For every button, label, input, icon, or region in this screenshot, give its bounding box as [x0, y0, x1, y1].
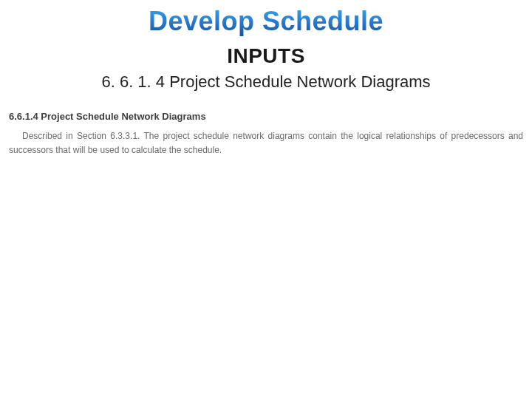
excerpt-block: 6.6.1.4 Project Schedule Network Diagram…	[0, 111, 532, 157]
slide-title: Develop Schedule	[0, 6, 532, 37]
section-number: 6. 6. 1. 4 Project Schedule Network Diag…	[0, 72, 532, 92]
excerpt-heading: 6.6.1.4 Project Schedule Network Diagram…	[9, 111, 523, 122]
excerpt-body: Described in Section 6.3.3.1. The projec…	[9, 129, 523, 157]
inputs-subheader: INPUTS	[0, 44, 532, 68]
slide: Develop Schedule INPUTS 6. 6. 1. 4 Proje…	[0, 6, 532, 399]
